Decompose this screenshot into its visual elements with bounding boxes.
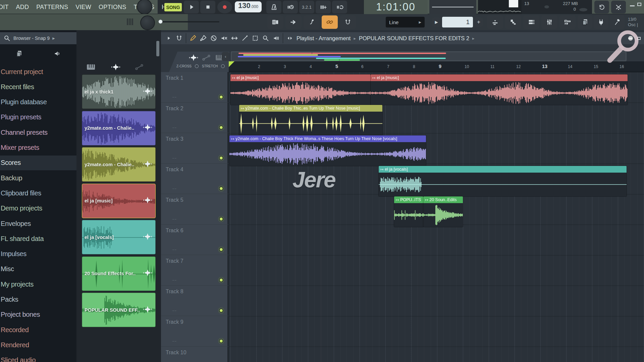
search-icon[interactable] bbox=[3, 35, 11, 42]
track-header-10[interactable]: Track 10━━ bbox=[161, 347, 229, 362]
clip-header[interactable]: ↦20 Soun..Edits bbox=[423, 196, 463, 203]
playlist-grid[interactable]: ↦el ja [music]↦el ja [music]↦y2mate.com … bbox=[229, 72, 644, 362]
slip-tool-icon[interactable] bbox=[231, 35, 238, 42]
clip-card-y2mate-com-chalie-[interactable]: y2mate.com - Chalie.. bbox=[82, 111, 156, 145]
mute-tool-icon[interactable] bbox=[220, 35, 228, 42]
master-volume-slider-thumb[interactable] bbox=[158, 19, 163, 24]
zoom-tool-icon[interactable] bbox=[262, 35, 269, 42]
clip-card-popular-sound-eff-[interactable]: POPULAR SOUND EFF.. bbox=[82, 293, 156, 327]
channel-rack-button[interactable] bbox=[523, 15, 539, 29]
clip-card-el-ja-x-thick1[interactable]: el ja x thick1 bbox=[82, 74, 156, 109]
audio-mode-icon[interactable] bbox=[189, 54, 199, 61]
playlist-clip-el-ja-music-[interactable]: ↦el ja [music] bbox=[371, 74, 628, 105]
browser-item-my-projects[interactable]: My projects bbox=[0, 277, 76, 292]
browser-item-plugin-presets[interactable]: Plugin presets bbox=[0, 110, 76, 125]
track-mute-led[interactable] bbox=[219, 186, 223, 191]
snap-selector[interactable]: Line▸ bbox=[386, 17, 425, 27]
draw-tool-icon[interactable] bbox=[189, 35, 197, 42]
pattern-prev-button[interactable]: ▶ bbox=[432, 17, 441, 27]
restore-button[interactable] bbox=[637, 3, 641, 6]
browser-item-plugin-database[interactable]: Plugin database bbox=[0, 95, 76, 110]
clip-card-el-ja-vocals-[interactable]: el ja [vocals] bbox=[82, 220, 156, 254]
plugin-picker-button[interactable] bbox=[594, 15, 608, 29]
tools-button[interactable] bbox=[610, 15, 625, 29]
clip-header[interactable]: ↦y2mate.com - Chalie Boy Thick Fine Woma… bbox=[229, 135, 426, 142]
patterns-tab-icon[interactable] bbox=[87, 64, 95, 70]
playlist-play-icon[interactable] bbox=[166, 36, 171, 41]
zcross-checkbox[interactable] bbox=[195, 64, 199, 68]
clip-card-el-ja-music-[interactable]: el ja [music] bbox=[82, 184, 156, 218]
menu-item-add[interactable]: ADD bbox=[16, 4, 29, 11]
mixer-panel-button[interactable] bbox=[541, 15, 557, 29]
playlist-clip-popu-its[interactable]: ↦POPU..ITS bbox=[394, 196, 423, 227]
loop-record-button[interactable] bbox=[332, 1, 347, 13]
track-header-1[interactable]: Track 1━━ bbox=[161, 72, 229, 103]
browser-item-envelopes[interactable]: Envelopes bbox=[0, 216, 76, 231]
slide-notes-button[interactable] bbox=[304, 15, 320, 29]
clip-card-y2mate-com-chalie-[interactable]: y2mate.com - Chalie.. bbox=[82, 147, 156, 182]
metronome-button[interactable] bbox=[266, 1, 281, 13]
browser-item-rendered[interactable]: Rendered bbox=[0, 338, 76, 352]
menu-item-view[interactable]: VIEW bbox=[75, 4, 91, 11]
project-picker-button[interactable] bbox=[578, 15, 592, 29]
menu-item-options[interactable]: OPTIONS bbox=[99, 4, 126, 11]
track-header-8[interactable]: Track 8━━ bbox=[161, 286, 229, 316]
playlist-snap-icon[interactable] bbox=[175, 35, 183, 42]
playlist-clip-el-ja-vocals-[interactable]: ↦el ja [vocals] bbox=[379, 166, 627, 196]
stretch-checkbox[interactable] bbox=[221, 64, 225, 68]
scroll-left-button[interactable]: ‹ bbox=[222, 52, 229, 61]
track-header-3[interactable]: Track 3━━ bbox=[161, 133, 229, 164]
snap-button[interactable] bbox=[340, 15, 356, 29]
play-button[interactable] bbox=[184, 1, 199, 13]
clip-header[interactable]: ↦POPU..ITS bbox=[394, 196, 423, 203]
tempo-display[interactable]: 130.000 bbox=[235, 1, 262, 12]
audio-tab-icon[interactable] bbox=[111, 64, 121, 70]
time-display[interactable]: 1:01:00 bbox=[364, 0, 428, 14]
browser-item-backup[interactable]: Backup bbox=[0, 171, 76, 185]
pattern-add-button[interactable]: + bbox=[474, 17, 483, 27]
shuffle-panel[interactable] bbox=[429, 0, 476, 14]
minimize-button[interactable] bbox=[630, 5, 635, 6]
play-marker[interactable] bbox=[229, 61, 234, 67]
browser-item-misc[interactable]: Misc bbox=[0, 262, 76, 277]
track-header-2[interactable]: Track 2━━ bbox=[161, 103, 229, 133]
blend-recording-button[interactable] bbox=[316, 1, 331, 13]
browser-item-project-bones[interactable]: Project bones bbox=[0, 307, 76, 322]
typing-keyboard-button[interactable] bbox=[285, 15, 302, 29]
sync-button[interactable] bbox=[594, 1, 609, 13]
select-tool-icon[interactable] bbox=[252, 35, 259, 42]
stop-button[interactable] bbox=[200, 1, 215, 13]
browser-header[interactable]: Browser - Snap 9 ▸ bbox=[0, 32, 76, 44]
track-mute-led[interactable] bbox=[219, 125, 223, 130]
track-mute-led[interactable] bbox=[219, 308, 223, 313]
browser-item-channel-presets[interactable]: Channel presets bbox=[0, 125, 76, 140]
automation-mode-icon[interactable] bbox=[202, 54, 211, 61]
wait-for-input-button[interactable] bbox=[283, 1, 298, 13]
browser-item-clipboard-files[interactable]: Clipboard files bbox=[0, 186, 76, 200]
clip-header[interactable]: ↦el ja [music] bbox=[371, 74, 628, 81]
clipboard-icon[interactable] bbox=[15, 50, 23, 57]
playlist-overview-scrollbar[interactable] bbox=[231, 51, 627, 61]
browser-item-current-project[interactable]: Current project bbox=[0, 64, 76, 79]
master-pitch-knob[interactable] bbox=[140, 15, 155, 30]
playlist-clip-el-ja-music-[interactable]: ↦el ja [music] bbox=[230, 74, 371, 105]
playback-tool-icon[interactable] bbox=[272, 35, 280, 42]
browser-item-impulses[interactable]: Impulses bbox=[0, 247, 76, 261]
pattern-selector[interactable]: 1 bbox=[442, 17, 473, 27]
browser-item-mixer-presets[interactable]: Mixer presets bbox=[0, 140, 76, 155]
song-mode-toggle[interactable]: SONG bbox=[164, 3, 182, 11]
slice-tool-icon[interactable] bbox=[241, 35, 249, 42]
record-button[interactable] bbox=[217, 1, 232, 13]
menu-item-patterns[interactable]: PATTERNS bbox=[36, 4, 68, 11]
track-header-4[interactable]: Track 4━━ bbox=[161, 164, 229, 194]
playlist-clip-20-soun-edits[interactable]: ↦20 Soun..Edits bbox=[423, 196, 463, 227]
browser-item-fl-shared-data[interactable]: FL shared data bbox=[0, 231, 76, 246]
clip-header[interactable]: ↦el ja [vocals] bbox=[379, 166, 627, 173]
playlist-clip-y2mate-com-chalie-boy-thick-fine-woma-s-[interactable]: ↦y2mate.com - Chalie Boy Thick Fine Woma… bbox=[229, 135, 426, 166]
browser-item-sliced-audio[interactable]: Sliced audio bbox=[0, 353, 76, 362]
breadcrumb-pattern[interactable]: POPULAR SOUND EFFECTS FOR EDITS 2 bbox=[359, 35, 469, 42]
grid-icon[interactable] bbox=[127, 18, 133, 25]
piano-roll-panel-button[interactable] bbox=[505, 15, 521, 29]
menu-item-dit[interactable]: DIT bbox=[0, 4, 9, 11]
paint-tool-icon[interactable] bbox=[200, 35, 207, 42]
